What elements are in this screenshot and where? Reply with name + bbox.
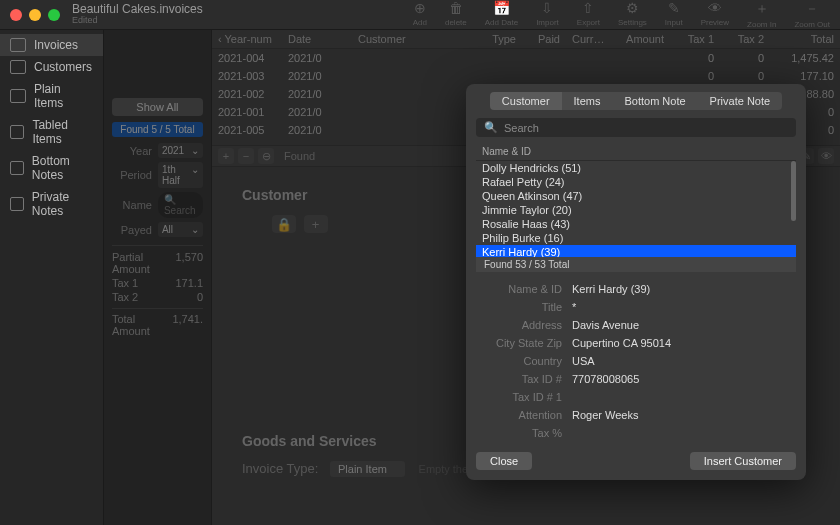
total-amount-value: 1,741. — [172, 313, 203, 337]
detail-attention: Roger Weeks — [572, 409, 638, 421]
sidebar-item-customers[interactable]: Customers — [0, 56, 103, 78]
col-date[interactable]: Date — [282, 30, 352, 48]
close-window-icon[interactable] — [10, 9, 22, 21]
sidebar-item-bottom-notes[interactable]: Bottom Notes — [0, 150, 103, 186]
collapse-button[interactable]: ⊖ — [258, 148, 274, 164]
col-paid[interactable]: Paid — [522, 30, 566, 48]
add-lock-button[interactable]: + — [304, 215, 328, 233]
toolbar-add-date[interactable]: 📅Add Date — [485, 0, 518, 29]
add-row-button[interactable]: + — [218, 148, 234, 164]
list-item[interactable]: Philip Burke (16) — [476, 231, 796, 245]
invoice-type-select[interactable]: Plain Item — [330, 461, 405, 477]
detail-taxid: 77078008065 — [572, 373, 639, 385]
doc-icon — [10, 60, 26, 74]
table-row[interactable]: 2021-0042021/0001,475.42 — [212, 49, 840, 67]
preview-icon: 👁 — [708, 0, 722, 16]
filter-panel: Show All Found 5 / 5 Total Year2021⌄ Per… — [104, 30, 212, 525]
col-curr-[interactable]: Curr… — [566, 30, 610, 48]
doc-icon — [10, 197, 24, 211]
modal-search-input[interactable]: 🔍 Search — [476, 118, 796, 137]
sidebar-item-tabled-items[interactable]: Tabled Items — [0, 114, 103, 150]
modal-tabs: CustomerItemsBottom NotePrivate Note — [466, 84, 806, 118]
lock-icon[interactable]: 🔒 — [272, 215, 296, 233]
col-total[interactable]: Total — [770, 30, 840, 48]
tab-customer[interactable]: Customer — [490, 92, 562, 110]
detail-title: * — [572, 301, 576, 313]
name-search-input[interactable]: 🔍 Search — [158, 192, 203, 218]
toolbar-input[interactable]: ✎Input — [665, 0, 683, 29]
year-select[interactable]: 2021⌄ — [158, 143, 203, 158]
minimize-window-icon[interactable] — [29, 9, 41, 21]
add-icon: ⊕ — [414, 0, 426, 16]
period-select[interactable]: 1th Half⌄ — [158, 162, 203, 188]
list-item[interactable]: Rafael Petty (24) — [476, 175, 796, 189]
table-row[interactable]: 2021-0032021/000177.10 — [212, 67, 840, 85]
preview-mode-button[interactable]: 👁 — [818, 148, 834, 164]
payed-select[interactable]: All⌄ — [158, 222, 203, 237]
payed-label: Payed — [112, 224, 152, 236]
window-controls — [10, 9, 60, 21]
toolbar-zoom-out[interactable]: －Zoom Out — [794, 0, 830, 29]
detail-name: Kerri Hardy (39) — [572, 283, 650, 295]
content-area: ‹ Year-numDateCustomerTypePaidCurr…Amoun… — [212, 30, 840, 525]
tab-private-note[interactable]: Private Note — [698, 92, 783, 110]
modal-detail: Name & IDKerri Hardy (39) Title* Address… — [476, 280, 796, 442]
table-header: ‹ Year-numDateCustomerTypePaidCurr…Amoun… — [212, 30, 840, 49]
col-tax-2[interactable]: Tax 2 — [720, 30, 770, 48]
tab-items[interactable]: Items — [562, 92, 613, 110]
scrollbar-thumb[interactable] — [791, 161, 796, 221]
col-customer[interactable]: Customer — [352, 30, 472, 48]
show-all-button[interactable]: Show All — [112, 98, 203, 116]
col-type[interactable]: Type — [472, 30, 522, 48]
delete-icon: 🗑 — [449, 0, 463, 16]
tax2-value: 0 — [197, 291, 203, 303]
toolbar-zoom-in[interactable]: ＋Zoom In — [747, 0, 776, 29]
toolbar-preview[interactable]: 👁Preview — [701, 0, 729, 29]
list-item[interactable]: Dolly Hendricks (51) — [476, 161, 796, 175]
sidebar-item-private-notes[interactable]: Private Notes — [0, 186, 103, 222]
toolbar-add[interactable]: ⊕Add — [413, 0, 427, 29]
toolbar-settings[interactable]: ⚙Settings — [618, 0, 647, 29]
tax1-label: Tax 1 — [112, 277, 138, 289]
list-item[interactable]: Jimmie Taylor (20) — [476, 203, 796, 217]
settings-icon: ⚙ — [626, 0, 639, 16]
customer-picker-modal: CustomerItemsBottom NotePrivate Note 🔍 S… — [466, 84, 806, 480]
modal-list-header: Name & ID — [476, 143, 796, 161]
tab-bottom-note[interactable]: Bottom Note — [612, 92, 697, 110]
col-year-num[interactable]: ‹ Year-num — [212, 30, 282, 48]
tax2-label: Tax 2 — [112, 291, 138, 303]
modal-list[interactable]: Dolly Hendricks (51)Rafael Petty (24)Que… — [476, 161, 796, 257]
doc-icon — [10, 89, 26, 103]
modal-status: Found 53 / 53 Total — [476, 257, 796, 272]
zoom-window-icon[interactable] — [48, 9, 60, 21]
detail-address: Davis Avenue — [572, 319, 639, 331]
title-bar: Beautiful Cakes.invoices Edited ⊕Add🗑del… — [0, 0, 840, 30]
year-label: Year — [112, 145, 152, 157]
col-tax-1[interactable]: Tax 1 — [670, 30, 720, 48]
toolbar-delete[interactable]: 🗑delete — [445, 0, 467, 29]
doc-icon — [10, 38, 26, 52]
zoom in-icon: ＋ — [755, 0, 769, 18]
period-label: Period — [112, 169, 152, 181]
list-item[interactable]: Rosalie Haas (43) — [476, 217, 796, 231]
sidebar-item-plain-items[interactable]: Plain Items — [0, 78, 103, 114]
toolbar-import[interactable]: ⇩Import — [536, 0, 559, 29]
invoice-type-label: Invoice Type: — [242, 461, 318, 476]
zoom out-icon: － — [805, 0, 819, 18]
insert-customer-button[interactable]: Insert Customer — [690, 452, 796, 470]
total-amount-label: Total Amount — [112, 313, 172, 337]
list-item[interactable]: Queen Atkinson (47) — [476, 189, 796, 203]
found-count-badge: Found 5 / 5 Total — [112, 122, 203, 137]
sidebar-item-invoices[interactable]: Invoices — [0, 34, 103, 56]
toolbar-export[interactable]: ⇧Export — [577, 0, 600, 29]
sidebar: InvoicesCustomersPlain ItemsTabled Items… — [0, 30, 104, 525]
detail-csz: Cupertino CA 95014 — [572, 337, 671, 349]
remove-row-button[interactable]: − — [238, 148, 254, 164]
detail-country: USA — [572, 355, 595, 367]
tax1-value: 171.1 — [175, 277, 203, 289]
list-item[interactable]: Kerri Hardy (39) — [476, 245, 796, 257]
add date-icon: 📅 — [493, 0, 510, 16]
doc-icon — [10, 125, 24, 139]
close-button[interactable]: Close — [476, 452, 532, 470]
col-amount[interactable]: Amount — [610, 30, 670, 48]
